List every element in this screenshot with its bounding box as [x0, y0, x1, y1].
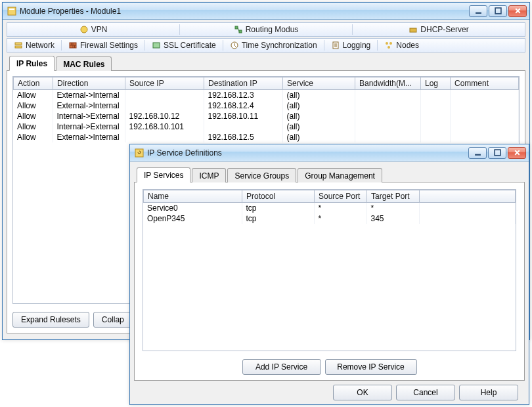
- dhcp-icon: [409, 25, 418, 34]
- cell-name: OpenP345: [143, 213, 242, 224]
- maximize-button[interactable]: [489, 5, 507, 17]
- svg-rect-17: [135, 149, 143, 157]
- network-icon: [14, 41, 23, 50]
- cell-dstip: 192.168.12.5: [204, 132, 282, 142]
- col-dest-ip[interactable]: Destination IP: [204, 77, 283, 90]
- ip-services-pane: Name Protocol Source Port Target Port Se…: [134, 182, 525, 381]
- tab-ssl[interactable]: SSL Certificate: [145, 39, 223, 52]
- remove-ip-service-button[interactable]: Remove IP Service: [325, 359, 417, 375]
- cell-service: (all): [282, 121, 355, 132]
- tab-vpn[interactable]: VPN: [7, 23, 179, 36]
- nav-label: VPN: [91, 25, 108, 34]
- nodes-icon: [384, 41, 393, 50]
- col-direction[interactable]: Direction: [53, 77, 125, 90]
- col-bandwidth[interactable]: Bandwidth(M...: [355, 77, 421, 90]
- cell-service: (all): [282, 90, 355, 100]
- close-button[interactable]: [508, 5, 527, 17]
- cell-action: Allow: [13, 132, 53, 142]
- tab-icmp[interactable]: ICMP: [192, 168, 226, 182]
- vpn-icon: [79, 25, 89, 34]
- col-target-port[interactable]: Target Port: [367, 190, 420, 203]
- expand-rulesets-button[interactable]: Expand Rulesets: [12, 312, 89, 328]
- service-buttons: Add IP Service Remove IP Service: [143, 359, 516, 375]
- nav-row-2: Network Firewall Settings SSL Certificat…: [7, 38, 525, 53]
- nav-label: Time Synchronization: [242, 41, 317, 50]
- ok-button[interactable]: OK: [333, 385, 392, 400]
- cell-dstip: [204, 121, 282, 132]
- col-comment[interactable]: Comment: [451, 77, 519, 90]
- svg-point-16: [388, 46, 390, 49]
- svg-point-15: [389, 42, 392, 45]
- tab-dhcp[interactable]: DHCP-Server: [353, 23, 525, 36]
- window-icon: [134, 148, 144, 158]
- cell-service: (all): [282, 111, 355, 121]
- tab-ip-rules[interactable]: IP Rules: [9, 56, 55, 71]
- clock-icon: [230, 41, 239, 50]
- tab-service-groups[interactable]: Service Groups: [227, 168, 296, 182]
- services-table: Name Protocol Source Port Target Port Se…: [143, 189, 516, 351]
- ssl-icon: [152, 41, 161, 50]
- cell-direction: External->Internal: [53, 90, 125, 100]
- minimize-button[interactable]: [469, 5, 487, 17]
- col-service[interactable]: Service: [283, 77, 355, 90]
- table-row[interactable]: AllowInternal->External192.168.10.101(al…: [13, 121, 519, 132]
- table-row[interactable]: AllowInternal->External192.168.10.12192.…: [13, 111, 519, 121]
- nav-label: SSL Certificate: [164, 41, 216, 50]
- cell-srcip: [125, 90, 204, 100]
- table-row[interactable]: AllowExternal->Internal192.168.12.5(all): [13, 132, 519, 142]
- col-source-ip[interactable]: Source IP: [125, 77, 204, 90]
- table-row[interactable]: Service0tcp**: [143, 203, 516, 213]
- svg-point-14: [386, 42, 388, 45]
- cell-srcip: [125, 132, 204, 142]
- table-row[interactable]: AllowExternal->Internal192.168.12.4(all): [13, 100, 519, 111]
- table-row[interactable]: OpenP345tcp*345: [143, 213, 516, 224]
- table-row[interactable]: AllowExternal->Internal192.168.12.3(all): [13, 90, 519, 100]
- tab-firewall[interactable]: Firewall Settings: [62, 39, 144, 52]
- tab-logging[interactable]: Logging: [324, 39, 378, 52]
- routing-icon: [234, 25, 243, 34]
- tab-ip-services[interactable]: IP Services: [137, 167, 190, 182]
- collapse-rulesets-button[interactable]: Collap: [93, 312, 133, 328]
- nav-row-1: VPN Routing Modus DHCP-Server: [7, 22, 525, 37]
- titlebar[interactable]: IP Service Definitions: [130, 144, 529, 161]
- tab-network[interactable]: Network: [7, 39, 61, 52]
- tab-time[interactable]: Time Synchronization: [223, 39, 324, 52]
- minimize-button[interactable]: [468, 147, 487, 159]
- tab-mac-rules[interactable]: MAC Rules: [56, 56, 112, 71]
- cell-protocol: tcp: [242, 213, 314, 224]
- close-button[interactable]: [508, 147, 526, 159]
- cell-srcip: 192.168.10.12: [125, 111, 204, 121]
- cell-name: Service0: [143, 203, 242, 213]
- tab-nodes[interactable]: Nodes: [378, 39, 426, 52]
- cell-action: Allow: [13, 100, 53, 111]
- add-ip-service-button[interactable]: Add IP Service: [242, 359, 321, 375]
- svg-rect-1: [9, 9, 14, 10]
- nav-label: Routing Modus: [246, 25, 299, 34]
- window-title: Module Properties - Module1: [20, 7, 469, 16]
- ip-service-definitions-dialog: IP Service Definitions IP Services ICMP …: [129, 144, 529, 405]
- cell-tgtport: 345: [366, 213, 419, 224]
- col-protocol[interactable]: Protocol: [242, 190, 315, 203]
- cancel-button[interactable]: Cancel: [396, 385, 455, 400]
- cell-srcip: [125, 100, 204, 111]
- logging-icon: [331, 41, 340, 50]
- cell-srcport: *: [314, 203, 366, 213]
- tab-group-management[interactable]: Group Management: [298, 168, 382, 182]
- svg-rect-0: [8, 7, 16, 15]
- svg-rect-19: [495, 150, 500, 156]
- col-log[interactable]: Log: [421, 77, 451, 90]
- col-action[interactable]: Action: [14, 77, 53, 90]
- help-button[interactable]: Help: [459, 385, 518, 400]
- nav-label: DHCP-Server: [420, 25, 468, 34]
- nav-label: Network: [26, 41, 55, 50]
- cell-action: Allow: [13, 111, 53, 121]
- svg-rect-11: [153, 43, 160, 48]
- col-name[interactable]: Name: [144, 190, 242, 203]
- col-source-port[interactable]: Source Port: [315, 190, 367, 203]
- maximize-button[interactable]: [488, 147, 506, 159]
- tab-routing[interactable]: Routing Modus: [180, 23, 352, 36]
- titlebar[interactable]: Module Properties - Module1: [3, 3, 529, 20]
- dialog-tabs: IP Services ICMP Service Groups Group Ma…: [134, 165, 525, 182]
- cell-dstip: 192.168.12.4: [204, 100, 282, 111]
- dialog-footer: OK Cancel Help: [134, 381, 525, 403]
